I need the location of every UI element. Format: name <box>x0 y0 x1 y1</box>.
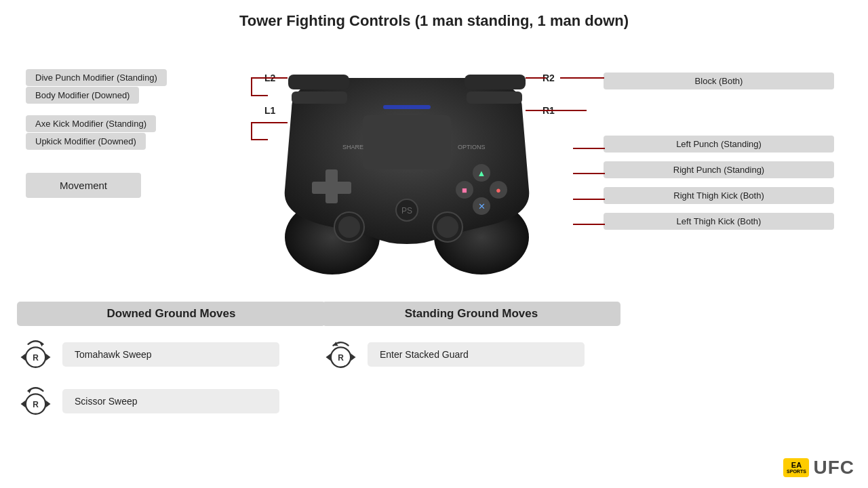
svg-text:●: ● <box>496 185 501 195</box>
right-punch-connector <box>573 173 605 174</box>
controller-image: SHARE OPTIONS PS ▲ ■ ● <box>237 54 576 278</box>
scissor-stick-icon: R <box>17 382 54 420</box>
svg-rect-4 <box>292 92 347 104</box>
downed-section: Downed Ground Moves R Tomahawk Sweep <box>17 302 326 420</box>
left-punch-connector <box>573 148 605 149</box>
svg-text:▲: ▲ <box>477 168 486 178</box>
svg-marker-38 <box>326 354 331 361</box>
left-thigh-connector <box>573 224 605 225</box>
svg-rect-2 <box>288 75 349 89</box>
stacked-label: Enter Stacked Guard <box>368 342 585 367</box>
svg-text:✕: ✕ <box>478 201 486 211</box>
svg-rect-5 <box>467 92 522 104</box>
ea-logo: EA SPORTS <box>783 458 809 477</box>
svg-marker-28 <box>21 354 26 361</box>
svg-marker-29 <box>45 354 50 361</box>
ea-text: EA <box>791 462 802 469</box>
svg-rect-12 <box>312 182 351 194</box>
sports-text: SPORTS <box>787 469 806 474</box>
downed-header: Downed Ground Moves <box>17 302 326 326</box>
svg-marker-34 <box>45 401 50 408</box>
svg-text:■: ■ <box>462 185 467 195</box>
tomahawk-stick-icon: R <box>17 336 54 373</box>
svg-text:PS: PS <box>401 206 412 216</box>
tomahawk-label: Tomahawk Sweep <box>62 342 279 367</box>
standing-header: Standing Ground Moves <box>322 302 620 326</box>
svg-text:R: R <box>33 400 39 409</box>
svg-text:R: R <box>33 353 39 363</box>
right-thigh-connector <box>573 199 605 200</box>
scissor-entry: R Scissor Sweep <box>17 382 326 420</box>
controller-section: Dive Punch Modifier (Standing) Body Modi… <box>0 34 868 291</box>
svg-text:OPTIONS: OPTIONS <box>458 144 486 150</box>
page-title: Tower Fighting Controls (1 man standing,… <box>0 0 868 30</box>
svg-marker-33 <box>21 401 26 408</box>
svg-marker-39 <box>351 354 355 361</box>
logo-area: EA SPORTS UFC <box>783 457 854 479</box>
standing-section: Standing Ground Moves R Enter Stacked Gu… <box>322 302 620 373</box>
svg-rect-6 <box>363 115 451 169</box>
svg-point-14 <box>338 216 360 238</box>
tomahawk-entry: R Tomahawk Sweep <box>17 336 326 373</box>
scissor-label: Scissor Sweep <box>62 389 279 413</box>
stacked-stick-icon: R <box>322 336 359 373</box>
svg-rect-3 <box>465 75 526 89</box>
svg-rect-25 <box>383 105 431 109</box>
ufc-text: UFC <box>813 457 854 479</box>
bottom-section: Downed Ground Moves R Tomahawk Sweep <box>0 302 868 485</box>
svg-text:SHARE: SHARE <box>342 144 363 150</box>
svg-point-16 <box>437 216 458 238</box>
stacked-entry: R Enter Stacked Guard <box>322 336 620 373</box>
svg-text:R: R <box>338 353 344 363</box>
